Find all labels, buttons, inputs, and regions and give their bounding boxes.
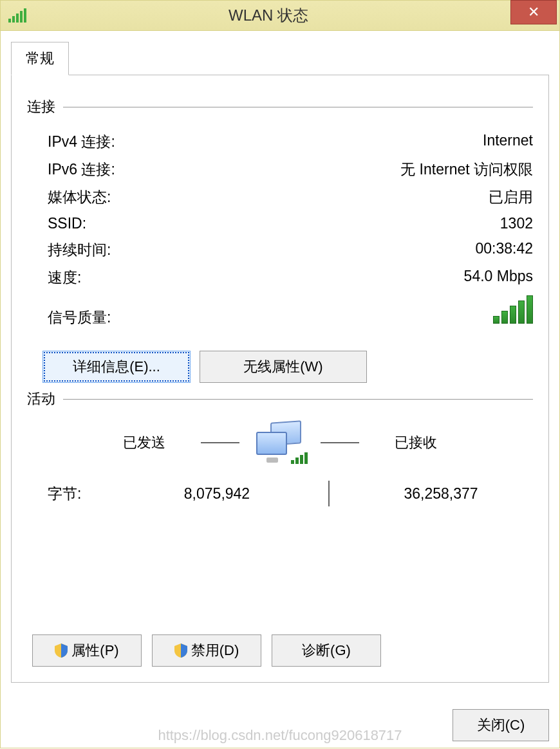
wifi-signal-icon xyxy=(8,8,26,23)
properties-button[interactable]: 属性(P) xyxy=(32,634,142,667)
sent-label: 已发送 xyxy=(99,433,189,452)
close-icon: ✕ xyxy=(528,4,539,21)
divider xyxy=(63,107,533,107)
received-bytes-value: 36,258,377 xyxy=(349,485,533,503)
bytes-label: 字节: xyxy=(48,484,125,504)
tab-general[interactable]: 常规 xyxy=(11,42,69,75)
activity-group-title: 活动 xyxy=(27,389,55,409)
signal-bars-icon xyxy=(493,295,533,324)
row-ipv6: IPv6 连接: 无 Internet 访问权限 xyxy=(27,156,533,183)
close-window-button[interactable]: ✕ xyxy=(510,0,557,24)
network-computers-icon xyxy=(251,420,309,465)
divider xyxy=(63,399,533,400)
tab-panel-general: 连接 IPv4 连接: Internet IPv6 连接: 无 Internet… xyxy=(11,75,549,683)
connection-group-header: 连接 xyxy=(27,97,533,116)
duration-label: 持续时间: xyxy=(48,240,475,260)
disable-button-label: 禁用(D) xyxy=(191,641,239,660)
close-button[interactable]: 关闭(C) xyxy=(453,709,549,741)
disable-button[interactable]: 禁用(D) xyxy=(152,634,261,667)
row-media-state: 媒体状态: 已启用 xyxy=(27,183,533,211)
ipv6-label: IPv6 连接: xyxy=(48,160,400,180)
diagnose-button-label: 诊断(G) xyxy=(302,641,351,660)
wireless-properties-button[interactable]: 无线属性(W) xyxy=(200,351,367,383)
duration-value: 00:38:42 xyxy=(475,240,533,260)
row-ssid: SSID: 1302 xyxy=(27,211,533,236)
activity-stage: 已发送 已接收 xyxy=(27,420,533,465)
wireless-properties-button-label: 无线属性(W) xyxy=(243,357,322,376)
bytes-row: 字节: 8,075,942 36,258,377 xyxy=(27,474,533,506)
titlebar: WLAN 状态 ✕ xyxy=(0,0,560,31)
sent-bytes-value: 8,075,942 xyxy=(125,485,309,503)
details-button-label: 详细信息(E)... xyxy=(73,357,160,376)
connection-group-title: 连接 xyxy=(27,97,55,116)
ipv6-value: 无 Internet 访问权限 xyxy=(400,160,533,180)
shield-icon xyxy=(174,643,187,658)
media-state-label: 媒体状态: xyxy=(48,187,489,207)
speed-value: 54.0 Mbps xyxy=(464,268,533,288)
close-button-label: 关闭(C) xyxy=(477,716,525,735)
row-speed: 速度: 54.0 Mbps xyxy=(27,264,533,291)
divider xyxy=(328,481,330,506)
shield-icon xyxy=(55,643,68,658)
divider xyxy=(201,442,239,443)
diagnose-button[interactable]: 诊断(G) xyxy=(272,634,381,667)
speed-label: 速度: xyxy=(48,268,464,288)
activity-group-header: 活动 xyxy=(27,389,533,409)
signal-quality-label: 信号质量: xyxy=(48,308,493,328)
dialog-body: 常规 连接 IPv4 连接: Internet IPv6 连接: 无 Inter… xyxy=(0,31,560,748)
media-state-value: 已启用 xyxy=(489,187,533,207)
row-duration: 持续时间: 00:38:42 xyxy=(27,236,533,264)
ssid-label: SSID: xyxy=(48,215,500,232)
ipv4-label: IPv4 连接: xyxy=(48,132,483,152)
properties-button-label: 属性(P) xyxy=(71,641,118,660)
window-title: WLAN 状态 xyxy=(26,5,510,26)
row-ipv4: IPv4 连接: Internet xyxy=(27,128,533,156)
details-button[interactable]: 详细信息(E)... xyxy=(42,351,191,383)
ssid-value: 1302 xyxy=(500,215,533,232)
ipv4-value: Internet xyxy=(483,132,533,152)
received-label: 已接收 xyxy=(371,433,461,452)
signal-quality-value xyxy=(493,295,533,328)
row-signal-quality: 信号质量: xyxy=(27,291,533,331)
divider xyxy=(321,442,359,443)
